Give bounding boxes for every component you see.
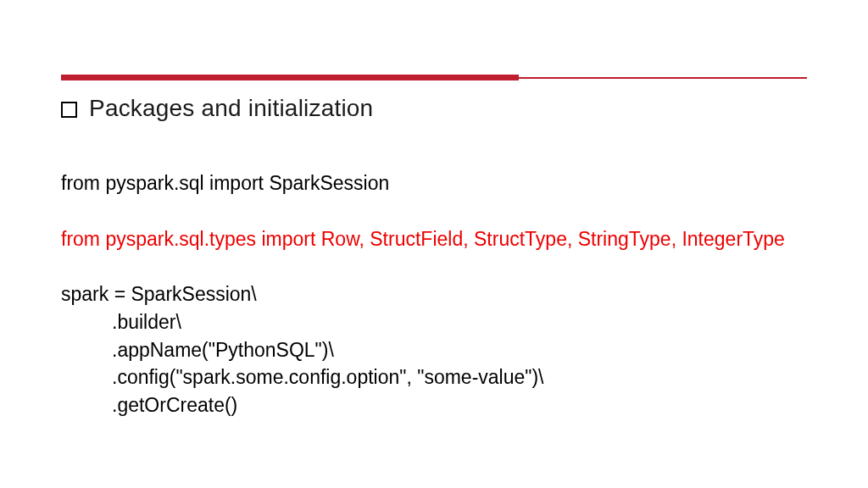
- blank-line: [61, 197, 807, 225]
- blank-line: [61, 252, 807, 280]
- code-line-spark-assign: spark = SparkSession\: [61, 280, 807, 308]
- code-line-import-sparksession: from pyspark.sql import SparkSession: [61, 169, 807, 197]
- code-line-config: .config("spark.some.config.option", "som…: [61, 363, 807, 391]
- code-line-import-types: from pyspark.sql.types import Row, Struc…: [61, 225, 807, 253]
- section-heading: Packages and initialization: [61, 95, 373, 122]
- code-line-appname: .appName("PythonSQL")\: [61, 336, 807, 364]
- code-line-getorcreate: .getOrCreate(): [61, 391, 807, 419]
- header-rule-thick: [61, 75, 519, 80]
- heading-text: Packages and initialization: [89, 95, 373, 122]
- square-bullet-icon: [61, 102, 77, 118]
- header-rule-thin: [519, 77, 807, 79]
- header-rule: [61, 75, 807, 81]
- code-block: from pyspark.sql import SparkSession fro…: [61, 169, 807, 419]
- code-line-builder: .builder\: [61, 308, 807, 336]
